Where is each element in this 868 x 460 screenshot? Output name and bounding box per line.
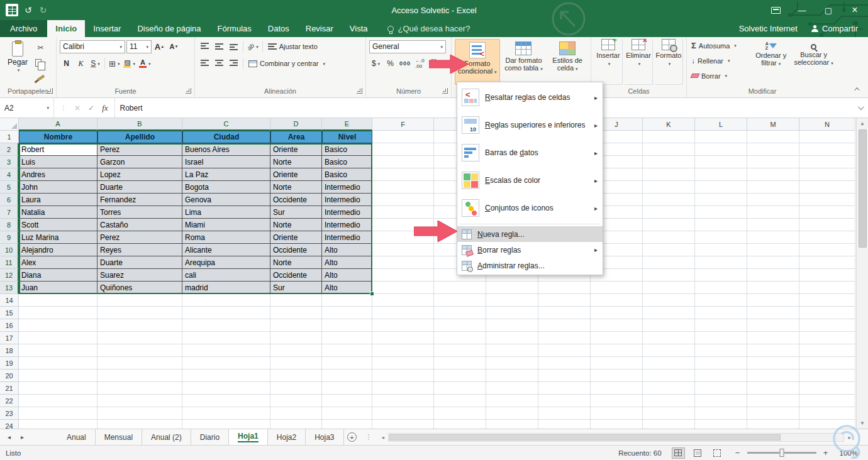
row-header-22[interactable]: 22 (0, 395, 19, 407)
cell-N23[interactable] (799, 407, 855, 420)
vertical-scroll-thumb[interactable] (859, 129, 867, 248)
cell-B24[interactable] (97, 420, 182, 429)
cell-G24[interactable] (434, 420, 486, 429)
sheet-tab-mensual[interactable]: Mensual (96, 429, 142, 445)
cell-K23[interactable] (643, 407, 695, 420)
cell-L7[interactable] (695, 206, 747, 219)
row-header-13[interactable]: 13 (0, 282, 19, 294)
sheet-tab-anual[interactable]: Anual (58, 429, 96, 445)
cell-M1[interactable] (747, 131, 799, 143)
cell-F8[interactable] (372, 219, 434, 231)
cell-A9[interactable]: Luz Marina (19, 231, 97, 244)
cell-C5[interactable]: Bogota (182, 181, 270, 194)
cell-C20[interactable] (182, 370, 270, 382)
cell-A16[interactable] (19, 319, 97, 332)
row-header-17[interactable]: 17 (0, 332, 19, 344)
cell-C3[interactable]: Israel (182, 156, 270, 168)
wrap-text-button[interactable]: Ajustar texto (265, 40, 320, 53)
cell-F12[interactable] (372, 269, 434, 282)
cell-B7[interactable]: Torres (97, 206, 182, 219)
cell-E6[interactable]: Intermedio (322, 194, 372, 206)
cell-F16[interactable] (372, 319, 434, 332)
column-header-n[interactable]: N (799, 118, 855, 131)
row-header-10[interactable]: 10 (0, 244, 19, 256)
sheet-nav-left-icon[interactable]: ◂ (8, 434, 11, 441)
cell-I20[interactable] (538, 370, 591, 382)
cell-G16[interactable] (434, 319, 486, 332)
cell-E22[interactable] (322, 395, 372, 407)
cell-H23[interactable] (486, 407, 538, 420)
cell-N18[interactable] (799, 344, 855, 357)
cell-L9[interactable] (695, 231, 747, 244)
cell-F18[interactable] (372, 344, 434, 357)
cell-M2[interactable] (747, 143, 799, 156)
align-left-button[interactable] (198, 57, 211, 70)
cell-H17[interactable] (486, 332, 538, 344)
cell-K22[interactable] (643, 395, 695, 407)
cell-C13[interactable]: madrid (182, 282, 270, 294)
cell-F19[interactable] (372, 357, 434, 370)
comma-style-button[interactable]: 000 (398, 57, 412, 70)
cell-I19[interactable] (538, 357, 591, 370)
cell-M19[interactable] (747, 357, 799, 370)
cell-L21[interactable] (695, 382, 747, 395)
cell-I23[interactable] (538, 407, 591, 420)
cell-B16[interactable] (97, 319, 182, 332)
paste-button[interactable]: Pegar ▾ (3, 39, 32, 85)
cell-D1[interactable]: Area (270, 131, 322, 143)
align-middle-button[interactable] (213, 40, 226, 53)
customize-quick-access-icon[interactable]: ▾ (56, 8, 58, 13)
cell-F1[interactable] (372, 131, 434, 143)
cell-B5[interactable]: Duarte (97, 181, 182, 194)
cell-K12[interactable] (643, 269, 695, 282)
cell-G19[interactable] (434, 357, 486, 370)
cell-L13[interactable] (695, 282, 747, 294)
cell-G13[interactable] (434, 282, 486, 294)
cell-A12[interactable]: Diana (19, 269, 97, 282)
cell-D10[interactable]: Occidente (270, 244, 322, 256)
cell-E18[interactable] (322, 344, 372, 357)
cell-E2[interactable]: Basico (322, 143, 372, 156)
conditional-formatting-button[interactable]: Formato condicional▾ (455, 39, 500, 85)
menu-item-reglas-superiores-e-inferiores[interactable]: Reglas superiores e inferiores▸ (457, 111, 603, 139)
cell-N16[interactable] (799, 319, 855, 332)
cell-G17[interactable] (434, 332, 486, 344)
cell-M14[interactable] (747, 294, 799, 307)
minimize-button[interactable]: — (789, 0, 815, 20)
cell-L5[interactable] (695, 181, 747, 194)
cell-C16[interactable] (182, 319, 270, 332)
cell-G23[interactable] (434, 407, 486, 420)
cell-J17[interactable] (591, 332, 643, 344)
cell-G22[interactable] (434, 395, 486, 407)
cell-F11[interactable] (372, 256, 434, 269)
page-layout-view-button[interactable] (691, 447, 704, 459)
cell-J18[interactable] (591, 344, 643, 357)
alignment-dialog-launcher[interactable] (357, 88, 362, 94)
sheet-tab-diario[interactable]: Diario (191, 429, 229, 445)
cell-N6[interactable] (799, 194, 855, 206)
close-button[interactable]: × (842, 0, 868, 20)
autosum-button[interactable]: ΣAutosuma▾ (690, 39, 749, 52)
name-box[interactable]: A2 ▾ (0, 98, 54, 118)
cell-F14[interactable] (372, 294, 434, 307)
cell-K14[interactable] (643, 294, 695, 307)
row-header-11[interactable]: 11 (0, 256, 19, 269)
cell-M8[interactable] (747, 219, 799, 231)
cell-B17[interactable] (97, 332, 182, 344)
cell-E11[interactable]: Alto (322, 256, 372, 269)
cell-A20[interactable] (19, 370, 97, 382)
row-header-9[interactable]: 9 (0, 231, 19, 244)
cell-B11[interactable]: Duarte (97, 256, 182, 269)
zoom-level[interactable]: 100% (840, 449, 858, 457)
cell-L16[interactable] (695, 319, 747, 332)
cell-A10[interactable]: Alejandro (19, 244, 97, 256)
row-header-8[interactable]: 8 (0, 219, 19, 231)
row-header-1[interactable]: 1 (0, 131, 19, 143)
cell-B23[interactable] (97, 407, 182, 420)
scroll-left-icon[interactable]: ◂ (380, 434, 387, 441)
cell-K8[interactable] (643, 219, 695, 231)
account-name[interactable]: Solvetic Internet (739, 24, 798, 33)
cell-A19[interactable] (19, 357, 97, 370)
cell-D2[interactable]: Oriente (270, 143, 322, 156)
font-name-select[interactable]: Calibri▾ (60, 40, 125, 53)
